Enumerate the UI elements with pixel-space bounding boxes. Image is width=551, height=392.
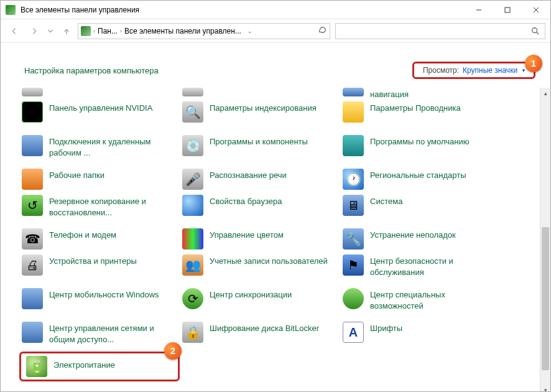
list-item-speech[interactable]: 🎤Распознавание речи bbox=[180, 165, 340, 191]
list-item-workfolders[interactable]: Рабочие папки bbox=[19, 165, 180, 191]
list-item-troubleshoot[interactable]: 🔧Устранение неполадок bbox=[340, 225, 501, 251]
item-label: Центр синхронизации bbox=[210, 288, 292, 301]
list-item-sync[interactable]: ⟳Центр синхронизации bbox=[180, 284, 340, 318]
list-item-color[interactable]: Управление цветом bbox=[180, 225, 340, 251]
list-item-region[interactable]: 🕐Региональные стандарты bbox=[340, 165, 501, 191]
annotation-badge-1: 1 bbox=[525, 55, 542, 72]
item-label: Рабочие папки bbox=[49, 169, 104, 181]
globe-icon bbox=[182, 195, 203, 216]
power-icon: 🔋 bbox=[26, 356, 47, 377]
scroll-down-button[interactable]: ▾ bbox=[540, 385, 550, 392]
refresh-button[interactable] bbox=[318, 26, 327, 36]
item-label: Шрифты bbox=[370, 322, 402, 334]
up-button[interactable] bbox=[58, 22, 75, 40]
list-item-nvidia[interactable]: ◉Панель управления NVIDIA bbox=[19, 98, 180, 131]
defaults-icon bbox=[343, 135, 364, 156]
svg-rect-1 bbox=[505, 7, 510, 12]
lock-icon: 🔒 bbox=[182, 322, 203, 343]
item-label: Электропитание bbox=[53, 356, 115, 371]
item-label: Программы и компоненты bbox=[210, 135, 308, 147]
flag-icon: ⚑ bbox=[343, 254, 364, 276]
item-label: Параметры индексирования bbox=[210, 101, 317, 114]
list-item-phone[interactable]: ☎Телефон и модем bbox=[19, 225, 180, 251]
back-button[interactable] bbox=[6, 22, 23, 40]
wrench-icon: 🔧 bbox=[343, 228, 364, 250]
list-item-mobility[interactable]: Центр мобильности Windows bbox=[19, 284, 180, 318]
network-icon bbox=[22, 322, 43, 343]
list-item[interactable] bbox=[19, 88, 180, 98]
list-item-internet[interactable]: Свойства браузера bbox=[180, 191, 340, 225]
list-item-users[interactable]: 👥Учетные записи пользователей bbox=[180, 251, 340, 284]
items-grid: ◉Панель управления NVIDIA 🔍Параметры инд… bbox=[19, 98, 539, 381]
chevron-right-icon[interactable]: › bbox=[92, 28, 96, 34]
item-label: Параметры Проводника bbox=[370, 101, 461, 114]
forward-button[interactable] bbox=[25, 22, 43, 40]
item-label: Устранение неполадок bbox=[370, 228, 456, 241]
list-item-indexing[interactable]: 🔍Параметры индексирования bbox=[180, 98, 340, 131]
close-button[interactable] bbox=[522, 1, 550, 19]
item-label: Панель управления NVIDIA bbox=[49, 101, 152, 114]
svg-point-5 bbox=[532, 27, 537, 32]
item-label: Распознавание речи bbox=[210, 169, 287, 181]
disc-icon: 💿 bbox=[182, 135, 203, 156]
microphone-icon: 🎤 bbox=[182, 169, 203, 190]
item-label: Управление цветом bbox=[210, 228, 284, 241]
recent-button[interactable] bbox=[45, 22, 55, 40]
chevron-right-icon[interactable]: › bbox=[119, 28, 123, 34]
item-label: навигация bbox=[370, 88, 409, 98]
maximize-button[interactable] bbox=[493, 1, 522, 19]
list-item-fonts[interactable]: AШрифты bbox=[340, 318, 501, 352]
list-item-network[interactable]: Центр управления сетями и общим доступо.… bbox=[19, 318, 180, 352]
list-item-devices[interactable]: 🖨Устройства и принтеры bbox=[19, 251, 180, 284]
chevron-down-icon: ▼ bbox=[521, 68, 526, 73]
scroll-thumb[interactable] bbox=[542, 227, 549, 370]
breadcrumb-seg-2[interactable]: Все элементы панели управлен... bbox=[124, 27, 241, 35]
remote-icon bbox=[22, 135, 43, 156]
item-label: Подключения к удаленным рабочим ... bbox=[49, 135, 174, 158]
list-item[interactable] bbox=[180, 88, 340, 98]
item-label: Шифрование диска BitLocker bbox=[210, 322, 319, 334]
sync-icon: ⟳ bbox=[182, 288, 203, 309]
search-box[interactable] bbox=[335, 23, 545, 39]
scroll-up-button[interactable]: ▴ bbox=[540, 88, 550, 98]
page-title: Настройка параметров компьютера bbox=[24, 66, 159, 75]
item-label: Резервное копирование и восстановлени... bbox=[49, 195, 174, 218]
scroll-track[interactable] bbox=[540, 98, 550, 385]
item-icon bbox=[343, 88, 364, 96]
control-panel-icon bbox=[6, 5, 16, 15]
window-title: Все элементы панели управления bbox=[21, 6, 465, 14]
svg-line-6 bbox=[537, 32, 539, 34]
item-label: Устройства и принтеры bbox=[49, 254, 137, 267]
list-item[interactable]: навигация bbox=[340, 88, 501, 98]
chevron-down-icon[interactable]: ⌄ bbox=[246, 28, 254, 34]
content-area: навигация ◉Панель управления NVIDIA 🔍Пар… bbox=[1, 88, 550, 392]
list-item-power[interactable]: 🔋 Электропитание bbox=[24, 355, 175, 378]
color-icon bbox=[182, 228, 203, 250]
item-icon bbox=[182, 88, 203, 96]
list-item-accessibility[interactable]: Центр специальных возможностей bbox=[340, 284, 501, 318]
partial-row: навигация bbox=[19, 88, 539, 98]
list-item-explorer[interactable]: Параметры Проводника bbox=[340, 98, 501, 131]
minimize-button[interactable] bbox=[465, 1, 493, 19]
vertical-scrollbar[interactable]: ▴ ▾ bbox=[540, 88, 550, 392]
view-dropdown[interactable]: Просмотр: Крупные значки ▼ 1 bbox=[412, 62, 535, 79]
nvidia-icon: ◉ bbox=[22, 101, 43, 123]
annotation-badge-2: 2 bbox=[164, 342, 182, 360]
monitor-icon: 🖥 bbox=[343, 195, 364, 216]
breadcrumb-seg-1[interactable]: Пан... bbox=[98, 27, 118, 35]
list-item-defaults[interactable]: Программы по умолчанию bbox=[340, 131, 501, 165]
list-item-remote[interactable]: Подключения к удаленным рабочим ... bbox=[19, 131, 180, 165]
highlight-power: 🔋 Электропитание 2 bbox=[19, 352, 180, 381]
folder-icon bbox=[22, 169, 43, 190]
list-item-backup[interactable]: ↺Резервное копирование и восстановлени..… bbox=[19, 191, 180, 225]
list-item-system[interactable]: 🖥Система bbox=[340, 191, 501, 225]
view-label: Просмотр: bbox=[423, 66, 459, 75]
item-label: Телефон и модем bbox=[49, 228, 116, 241]
mobility-icon bbox=[22, 288, 43, 309]
folder-icon bbox=[343, 101, 364, 123]
list-item-programs[interactable]: 💿Программы и компоненты bbox=[180, 131, 340, 165]
list-item-security[interactable]: ⚑Центр безопасности и обслуживания bbox=[340, 251, 501, 284]
address-bar[interactable]: › Пан... › Все элементы панели управлен.… bbox=[78, 23, 330, 39]
list-item-bitlocker[interactable]: 🔒Шифрование диска BitLocker bbox=[180, 318, 340, 352]
phone-icon: ☎ bbox=[22, 228, 43, 250]
